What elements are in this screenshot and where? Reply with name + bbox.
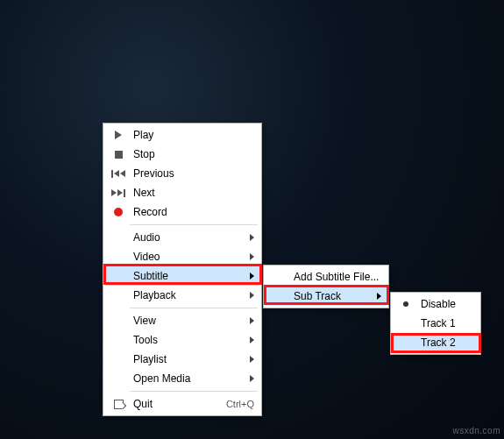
menu-item-next[interactable]: Next [105,183,259,202]
menu-item-add-subtitle-file[interactable]: Add Subtitle File... [266,267,387,287]
submenu-arrow-icon [250,375,254,382]
menu-item-open-media[interactable]: Open Media [105,369,259,388]
menu-label: Previous [128,167,254,180]
menu-item-tools[interactable]: Tools [105,330,259,350]
menu-item-video[interactable]: Video [105,247,259,266]
submenu-arrow-icon [250,292,254,299]
menu-label: Track 2 [415,336,473,349]
menu-label: Disable [415,298,473,310]
play-icon [109,131,128,139]
quit-icon [109,400,128,409]
separator [130,224,258,225]
menu-item-previous[interactable]: Previous [105,164,259,183]
menu-item-play[interactable]: Play [105,125,259,145]
menu-label: Track 1 [415,317,473,329]
menu-label: View [128,315,245,327]
context-menu-main: Play Stop Previous Next Record Audio Vid… [103,123,262,416]
menu-item-view[interactable]: View [105,311,259,330]
radio-indicator-icon [396,301,415,307]
menu-item-quit[interactable]: Quit Ctrl+Q [105,394,259,414]
submenu-arrow-icon [250,317,254,324]
watermark: wsxdn.com [452,426,500,435]
submenu-subtitle: Add Subtitle File... Sub Track [263,265,389,308]
menu-label: Open Media [128,372,245,385]
menu-label: Playlist [128,353,245,365]
submenu-arrow-icon [250,273,254,280]
stop-icon [109,151,128,159]
menu-label: Video [128,251,245,263]
menu-item-track-2[interactable]: Track 2 [393,333,479,352]
menu-label: Sub Track [288,290,372,302]
previous-icon [109,170,128,178]
menu-label: Next [128,187,254,199]
menu-label: Tools [128,334,245,346]
record-icon [109,208,128,216]
menu-item-audio[interactable]: Audio [105,228,259,247]
menu-label: Playback [128,289,245,301]
submenu-arrow-icon [377,293,381,300]
menu-label: Record [128,206,254,218]
menu-item-stop[interactable]: Stop [105,145,259,164]
separator [130,391,258,392]
menu-item-playback[interactable]: Playback [105,286,259,305]
menu-label: Audio [128,231,245,244]
menu-item-subtitle[interactable]: Subtitle [105,266,259,286]
menu-item-sub-track[interactable]: Sub Track [266,287,387,306]
submenu-arrow-icon [250,253,254,260]
menu-label: Quit [128,398,219,410]
menu-item-playlist[interactable]: Playlist [105,350,259,369]
menu-label: Add Subtitle File... [288,271,381,283]
submenu-arrow-icon [250,336,254,343]
menu-shortcut: Ctrl+Q [219,399,254,409]
submenu-arrow-icon [250,234,254,241]
separator [130,308,258,308]
submenu-sub-track: Disable Track 1 Track 2 [390,292,481,355]
menu-label: Stop [128,148,254,160]
menu-label: Play [128,129,254,141]
menu-item-track-1[interactable]: Track 1 [393,314,479,333]
menu-label: Subtitle [128,270,245,282]
next-icon [109,189,128,197]
menu-item-disable[interactable]: Disable [393,294,479,314]
menu-item-record[interactable]: Record [105,202,259,222]
submenu-arrow-icon [250,356,254,363]
